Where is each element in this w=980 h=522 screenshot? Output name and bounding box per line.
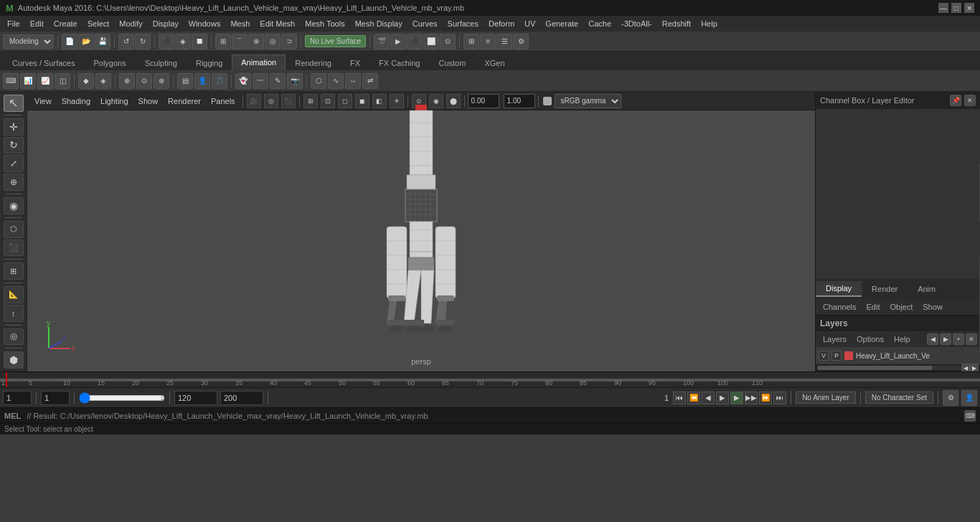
snap-point-button[interactable]: ⊕ [248, 34, 264, 49]
go-to-start-button[interactable]: ⏮ [673, 392, 686, 404]
dope-sheet-button[interactable]: ◫ [55, 73, 70, 89]
help-menu-layers[interactable]: Help [890, 333, 915, 345]
layer-visibility-button[interactable]: V [819, 351, 829, 361]
no-character-set-button[interactable]: No Character Set [865, 392, 933, 404]
edit-menu[interactable]: Edit [862, 301, 884, 313]
soft-select-button[interactable]: ◉ [4, 197, 24, 214]
tab-sculpting[interactable]: Sculpting [136, 55, 187, 70]
tab-rendering[interactable]: Rendering [286, 55, 341, 70]
menu-select[interactable]: Select [83, 18, 114, 29]
color-profile-dropdown[interactable]: sRGB gamma [555, 94, 621, 108]
playback-slider[interactable] [79, 392, 165, 404]
scale-field[interactable] [504, 94, 535, 108]
menu-mesh[interactable]: Mesh [226, 18, 254, 29]
ipr-button[interactable]: ⬛ [407, 34, 423, 49]
menu-surfaces[interactable]: Surfaces [443, 18, 483, 29]
grid-button[interactable]: ⊞ [303, 94, 318, 108]
layer-prev-button[interactable]: ◀ [927, 333, 938, 345]
layer-item[interactable]: V P Heavy_Lift_Launch_Ve [816, 347, 980, 364]
playback-slider-container[interactable]: 1 [79, 392, 165, 404]
ghost-button[interactable]: 👻 [235, 73, 251, 89]
no-anim-layer-button[interactable]: No Anim Layer [796, 392, 856, 404]
range-end-field[interactable] [220, 391, 263, 405]
menu-uv[interactable]: UV [520, 18, 540, 29]
tab-fx[interactable]: FX [341, 55, 369, 70]
resolution-gate-button[interactable]: ⬛ [281, 94, 296, 108]
menu-deform[interactable]: Deform [484, 18, 519, 29]
menu-help[interactable]: Help [697, 18, 722, 29]
panel-pin-button[interactable]: 📌 [950, 95, 961, 106]
set-key-all-button[interactable]: ◈ [95, 73, 111, 89]
channels-menu[interactable]: Channels [819, 301, 860, 313]
snap-tools-button[interactable]: 🔲 [192, 34, 207, 49]
retarget-button[interactable]: ↔ [345, 73, 361, 89]
render-button[interactable]: ▶ [390, 34, 406, 49]
view-menu[interactable]: View [30, 95, 56, 107]
attribute-editor-button[interactable]: ☰ [496, 34, 512, 49]
menu-windows[interactable]: Windows [184, 18, 225, 29]
object-menu[interactable]: Object [885, 301, 917, 313]
character-button[interactable]: 👤 [194, 73, 210, 89]
layer-add-button[interactable]: + [953, 333, 964, 345]
menu-cache[interactable]: Cache [584, 18, 616, 29]
menu-file[interactable]: File [3, 18, 24, 29]
timeline-current-marker[interactable] [6, 372, 7, 388]
current-time-field[interactable] [3, 391, 32, 405]
anim-tab[interactable]: Anim [908, 282, 946, 296]
shading-menu[interactable]: Shading [57, 95, 95, 107]
move-tool-button[interactable]: ✛ [4, 118, 24, 136]
render-view-button[interactable]: ⬜ [423, 34, 439, 49]
select-tool-button[interactable]: ↖ [4, 95, 24, 112]
custom-tool-button[interactable]: ⬢ [4, 351, 24, 369]
stop-button[interactable]: ▶ [730, 392, 743, 404]
select-by-object-button[interactable]: ⬛ [159, 34, 174, 49]
anim-prefs-button[interactable]: ⚙ [943, 390, 958, 406]
menu-mesh-display[interactable]: Mesh Display [351, 18, 407, 29]
tool-settings-button[interactable]: ⚙ [513, 34, 529, 49]
tab-curves-surfaces[interactable]: Curves / Surfaces [3, 55, 84, 70]
scale-tool-button[interactable]: ⤢ [4, 155, 24, 172]
constraint-button[interactable]: ⊕ [119, 73, 135, 89]
mirror-button[interactable]: ⇌ [362, 73, 378, 89]
mel-python-toggle[interactable]: MEL [4, 412, 21, 420]
show-manipulator-button[interactable]: ◎ [4, 328, 24, 346]
play-back-button[interactable]: ▶ [716, 392, 729, 404]
next-key-button[interactable]: ▶▶ [745, 392, 758, 404]
joint-button[interactable]: ⊗ [154, 73, 169, 89]
go-to-end-button[interactable]: ⏭ [773, 392, 786, 404]
menu-3dto-all[interactable]: -3DtoAll- [617, 18, 656, 29]
tab-rigging[interactable]: Rigging [187, 55, 232, 70]
render-tab[interactable]: Render [862, 282, 908, 296]
lasso-select-button[interactable]: ⬡ [4, 221, 24, 238]
tab-polygons[interactable]: Polygons [84, 55, 135, 70]
panel-close-button[interactable]: ✕ [964, 95, 976, 106]
step-back-button[interactable]: ⏪ [687, 392, 700, 404]
menu-edit[interactable]: Edit [26, 18, 48, 29]
filmgate-button[interactable]: ⊡ [321, 94, 335, 108]
menu-mesh-tools[interactable]: Mesh Tools [301, 18, 349, 29]
show-menu[interactable]: Show [134, 95, 163, 107]
timeline[interactable]: 1 5 10 15 20 25 30 35 40 45 50 55 60 65 … [0, 371, 980, 387]
workspace-dropdown[interactable]: Modeling [3, 34, 54, 49]
motion-trail-button[interactable]: 〰 [253, 73, 268, 89]
render-settings-button[interactable]: 🎬 [374, 34, 390, 49]
menu-create[interactable]: Create [50, 18, 82, 29]
snapshot-button[interactable]: 📷 [287, 73, 303, 89]
timeline-button[interactable]: 📊 [20, 73, 36, 89]
open-file-button[interactable]: 📂 [78, 34, 94, 49]
menu-edit-mesh[interactable]: Edit Mesh [255, 18, 299, 29]
viewport[interactable]: View Shading Lighting Show Renderer Pane… [27, 92, 815, 371]
snap-curve-button[interactable]: ⌒ [232, 34, 248, 49]
layout-button[interactable]: ⊞ [463, 34, 479, 49]
euler-filter-button[interactable]: ∿ [328, 73, 344, 89]
renderer-menu[interactable]: Renderer [164, 95, 205, 107]
dimension-button[interactable]: ↕ [4, 305, 24, 322]
keyframe-button[interactable]: ⌨ [3, 73, 19, 89]
tab-custom[interactable]: Custom [430, 55, 476, 70]
menu-curves[interactable]: Curves [408, 18, 442, 29]
layer-playback-button[interactable]: P [831, 351, 842, 361]
trax-editor-button[interactable]: 🎵 [212, 73, 227, 89]
menu-redshift[interactable]: Redshift [658, 18, 695, 29]
render-seq-button[interactable]: ⊙ [440, 34, 456, 49]
tab-animation[interactable]: Animation [232, 54, 286, 70]
